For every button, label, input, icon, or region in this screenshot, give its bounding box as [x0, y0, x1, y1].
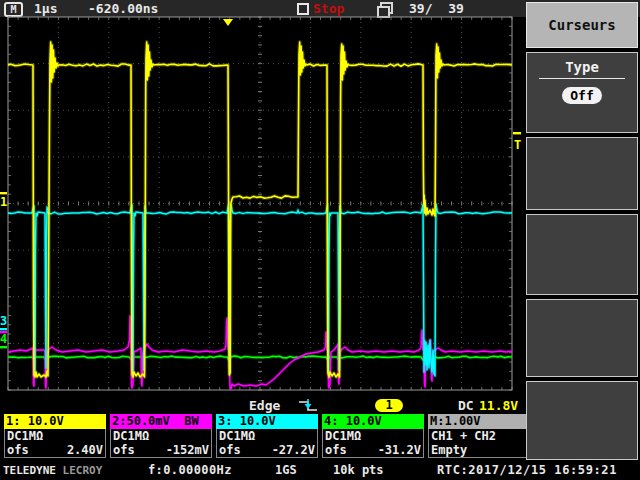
channel-3-position-marker	[0, 328, 7, 330]
softkey-empty-1[interactable]	[526, 137, 638, 210]
channel-1-scale: 1: 10.0V	[4, 414, 106, 429]
offset-label: ofs	[113, 443, 135, 457]
trigger-time-marker	[223, 19, 233, 26]
channel-3-box[interactable]: 3: 10.0V DC1MΩ ofs-27.2V	[216, 414, 318, 458]
channel-2-scale: 2:50.0mV BW	[110, 414, 212, 429]
offset-label: ofs	[325, 443, 347, 457]
channel-1-marker-label: 1	[0, 195, 7, 209]
offset-label: ofs	[219, 443, 241, 457]
cursor-type-button[interactable]: Type Off	[526, 52, 638, 133]
trigger-level-marker	[513, 132, 521, 134]
waveform-display: 134T	[0, 0, 524, 414]
softkey-empty-4[interactable]	[526, 381, 638, 460]
record-length: 10k pts	[333, 463, 384, 477]
divider	[539, 78, 625, 79]
softkey-empty-2[interactable]	[526, 214, 638, 295]
type-value-pill[interactable]: Off	[562, 87, 602, 104]
trigger-source-badge: 1	[375, 399, 403, 412]
math-status: Empty	[431, 443, 467, 457]
trigger-frequency: f:0.00000Hz	[148, 463, 232, 477]
channel-4-box[interactable]: 4: 10.0V DC1MΩ ofs-31.2V	[322, 414, 424, 458]
real-time-clock: RTC:2017/12/15 16:59:21	[437, 463, 617, 477]
falling-edge-arrow-icon	[297, 398, 323, 413]
math-box[interactable]: M:1.00V CH1 + CH2 Empty	[428, 414, 530, 458]
bottom-status-bar: TELEDYNE LECROY f:0.00000Hz 1GS 10k pts …	[0, 461, 640, 480]
channel-3-coupling: DC1MΩ	[219, 429, 255, 443]
softkey-menu: Curseurs Type Off	[526, 0, 640, 461]
sample-rate: 1GS	[275, 463, 297, 477]
trigger-mode-label: Edge	[249, 398, 280, 413]
trigger-level-marker-label: T	[514, 138, 521, 152]
menu-title: Curseurs	[527, 3, 637, 47]
channel-4-scale: 4: 10.0V	[322, 414, 424, 429]
trigger-level-value: 11.8V	[479, 398, 518, 413]
channel-descriptors: 1: 10.0V DC1MΩ ofs2.40V 2:50.0mV BW DC1M…	[4, 414, 530, 458]
channel-2-offset: -152mV	[166, 443, 209, 457]
math-function: CH1 + CH2	[431, 429, 496, 443]
channel-3-marker-label: 3	[0, 314, 7, 328]
channel-4-offset: -31.2V	[378, 443, 421, 457]
channel-4-position-marker	[0, 346, 7, 348]
type-label: Type	[527, 59, 637, 75]
channel-3-offset: -27.2V	[272, 443, 315, 457]
channel-1-coupling: DC1MΩ	[7, 429, 43, 443]
channel-4-coupling: DC1MΩ	[325, 429, 361, 443]
offset-label: ofs	[7, 443, 29, 457]
brand-logo: TELEDYNE LECROY	[3, 464, 102, 477]
channel-2-coupling: DC1MΩ	[113, 429, 149, 443]
math-scale: M:1.00V	[428, 414, 530, 429]
channel-1-offset: 2.40V	[67, 443, 103, 457]
oscilloscope-screen: M 1µs -620.00ns Stop 39/ 39 134T Edge 1 …	[0, 0, 640, 480]
channel-4-marker-label: 4	[0, 332, 7, 346]
menu-title-button[interactable]: Curseurs	[526, 2, 638, 48]
channel-3-scale: 3: 10.0V	[216, 414, 318, 429]
channel-2-box[interactable]: 2:50.0mV BW DC1MΩ ofs-152mV	[110, 414, 212, 458]
softkey-empty-3[interactable]	[526, 299, 638, 377]
channel-1-box[interactable]: 1: 10.0V DC1MΩ ofs2.40V	[4, 414, 106, 458]
trigger-coupling: DC	[458, 398, 474, 413]
